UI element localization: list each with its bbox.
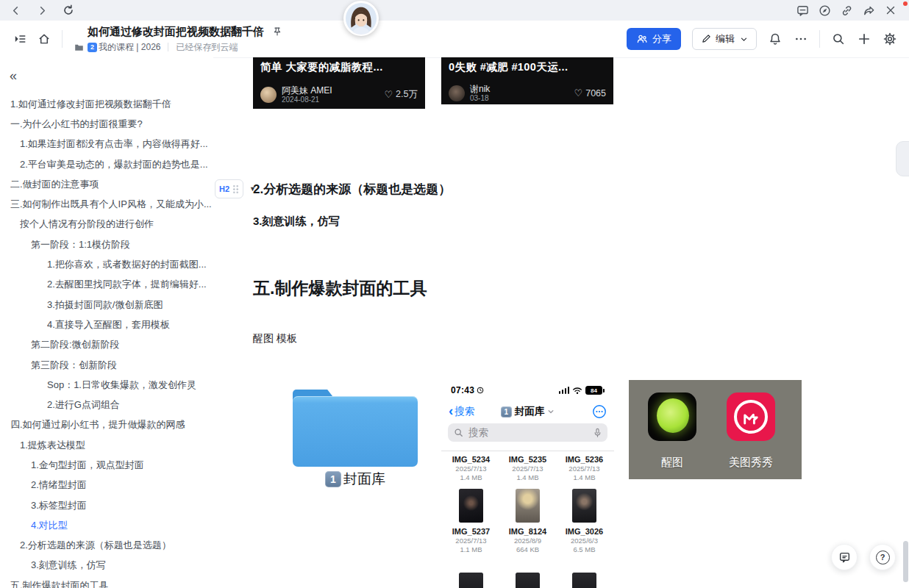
- file-item[interactable]: IMG_5237 2025/7/13 1.1 MB: [443, 489, 499, 554]
- outline-item[interactable]: 一.为什么小红书的封面很重要?: [0, 114, 212, 134]
- comment-icon[interactable]: [796, 4, 809, 17]
- more-icon[interactable]: [794, 32, 808, 46]
- like-count-value: 2.5万: [396, 88, 418, 101]
- file-item[interactable]: IMG_5236 2025/7/13 1.4 MB: [557, 455, 613, 482]
- outline-item[interactable]: 2.情绪型封面: [0, 476, 212, 495]
- bell-icon[interactable]: [768, 32, 783, 46]
- files-search-input[interactable]: [467, 426, 590, 439]
- like-count: ♡ 7065: [574, 87, 606, 98]
- file-item[interactable]: [443, 573, 499, 588]
- author-avatar: [449, 85, 465, 101]
- file-date: 2025/8/9: [500, 537, 556, 545]
- outline-item-label: 3.拍摄封面同款/微创新底图: [47, 298, 163, 312]
- outline-item-label: 四.如何通过刷小红书，提升做爆款的网感: [10, 418, 185, 431]
- meitu-logo-ring: [734, 400, 768, 434]
- video-card[interactable]: 简单 大家要的减脂教程... 阿美妹 AMEI 2024-08-21 ♡ 2.5…: [253, 57, 425, 109]
- outline-item-label: 1.把你喜欢，或者数据好的封面截图...: [47, 258, 207, 271]
- more-circle-icon[interactable]: [592, 404, 607, 419]
- outline-item[interactable]: 1.金句型封面，观点型封面: [0, 455, 212, 475]
- outline-item[interactable]: 三.如何制作出既具有个人IP风格，又能成为小...: [0, 194, 212, 214]
- folder-icon: [74, 42, 84, 52]
- outline-toggle-icon[interactable]: [13, 32, 26, 46]
- outline-item[interactable]: 2.去醒图里找同款字体，提前编辑好...: [0, 275, 212, 295]
- file-item[interactable]: IMG_8124 2025/8/9 664 KB: [500, 489, 556, 554]
- search-icon[interactable]: [831, 32, 846, 46]
- block-controls: H2 ▼: [215, 179, 256, 198]
- file-date: 2025/7/13: [557, 465, 613, 473]
- folder-image[interactable]: 1 封面库: [285, 384, 425, 489]
- drag-handle-icon[interactable]: [232, 184, 239, 194]
- outline-item[interactable]: 第三阶段：创新阶段: [0, 355, 212, 375]
- edit-button[interactable]: 编辑: [692, 28, 757, 50]
- outline-item[interactable]: 3.刻意训练，仿写: [0, 556, 212, 576]
- share-button[interactable]: 分享: [627, 28, 681, 50]
- outline-item-label: 2.分析选题的来源（标题也是选题）: [20, 539, 171, 552]
- breadcrumb[interactable]: 2 我的课程 | 2026 已经保存到云端: [74, 41, 298, 54]
- files-folder-title: 1 封面库: [471, 404, 585, 420]
- file-item[interactable]: IMG_3026 2025/6/3 6.5 MB: [557, 489, 613, 554]
- outline-item[interactable]: 4.对比型: [0, 515, 212, 535]
- mic-icon: [593, 428, 602, 438]
- file-item[interactable]: IMG_5235 2025/7/13 1.4 MB: [500, 455, 556, 482]
- copy-link-icon[interactable]: [840, 4, 853, 17]
- feedback-button[interactable]: [831, 544, 858, 570]
- outline-item[interactable]: 1.如何通过修改封面把视频数据翻千倍: [0, 94, 212, 114]
- meitu-app-icon[interactable]: [727, 392, 775, 441]
- folder-icon-body: [293, 396, 418, 467]
- outline-item[interactable]: 按个人情况有分阶段的进行创作: [0, 215, 212, 234]
- outline-item[interactable]: 1.把你喜欢，或者数据好的封面截图...: [0, 254, 212, 274]
- outline-item[interactable]: 五.制作爆款封面的工具: [0, 576, 212, 588]
- clock-icon: [477, 387, 484, 394]
- outline-item-label: 2.情绪型封面: [31, 478, 87, 492]
- outline-item[interactable]: 四.如何通过刷小红书，提升做爆款的网感: [0, 415, 212, 435]
- outline-item[interactable]: 3.拍摄封面同款/微创新底图: [0, 295, 212, 315]
- outline-item[interactable]: 3.标签型封面: [0, 495, 212, 515]
- keycap-1-badge: 1: [501, 406, 512, 417]
- outline-item[interactable]: 2.进行G点词组合: [0, 395, 212, 415]
- divider: [441, 451, 614, 451]
- gear-icon[interactable]: [883, 32, 897, 46]
- new-doc-icon[interactable]: [857, 32, 871, 46]
- outline-item[interactable]: 2.分析选题的来源（标题也是选题）: [0, 536, 212, 556]
- edge-panel-handle[interactable]: [896, 141, 909, 176]
- file-thumbnail: [516, 573, 540, 588]
- xingtu-app-icon[interactable]: [648, 392, 696, 441]
- outline-item[interactable]: Sop：1.日常收集爆款，激发创作灵: [0, 375, 212, 395]
- video-card[interactable]: 0失败 #减肥 #100天运... 谢nik 03-18 ♡ 7065: [441, 57, 613, 104]
- outline-item[interactable]: 1.如果连封面都没有点击率，内容做得再好...: [0, 135, 212, 154]
- doc-heading-topic-source: 2.分析选题的来源（标题也是选题）: [253, 181, 451, 198]
- compass-icon[interactable]: [818, 4, 831, 17]
- outline-item[interactable]: 第二阶段:微创新阶段: [0, 335, 212, 355]
- meitu-app-label: 美图秀秀: [714, 456, 788, 470]
- home-icon[interactable]: [38, 32, 51, 46]
- heart-icon: ♡: [574, 87, 583, 98]
- collapse-sidebar-icon[interactable]: «: [10, 69, 17, 82]
- outline-item[interactable]: 4.直接导入至醒图，套用模板: [0, 315, 212, 334]
- back-icon[interactable]: [9, 4, 22, 17]
- outline-item[interactable]: 1.提炼表达模型: [0, 435, 212, 455]
- files-search-bar[interactable]: [448, 423, 607, 442]
- divider: [819, 30, 820, 48]
- share-forward-icon[interactable]: [862, 4, 875, 17]
- pin-icon[interactable]: [271, 25, 284, 38]
- file-item[interactable]: IMG_5234 2025/7/13 1.4 MB: [443, 455, 499, 482]
- help-button[interactable]: ?: [869, 544, 896, 570]
- file-item[interactable]: [500, 573, 556, 588]
- files-app-screenshot: 07:43 84 ‹ 搜索 1 封面库: [441, 380, 614, 588]
- file-date: 2025/7/13: [500, 465, 556, 473]
- outline-item[interactable]: 第一阶段：1:1模仿阶段: [0, 234, 212, 254]
- outline-item-label: 1.如何通过修改封面把视频数据翻千倍: [10, 98, 171, 111]
- outline-item-label: 第一阶段：1:1模仿阶段: [31, 238, 130, 251]
- reload-icon[interactable]: [62, 4, 75, 17]
- close-icon[interactable]: [884, 4, 897, 17]
- scrollbar-thumb[interactable]: [903, 541, 908, 582]
- file-thumbnail: [459, 489, 483, 523]
- forward-icon[interactable]: [35, 4, 49, 17]
- heading-level-badge[interactable]: H2: [215, 179, 243, 198]
- post-date: 2024-08-21: [282, 96, 332, 104]
- file-item[interactable]: [557, 573, 613, 588]
- file-grid-row: [443, 573, 613, 588]
- outline-item[interactable]: 二.做封面的注意事项: [0, 174, 212, 194]
- outline-item[interactable]: 2.平台审美是动态的，爆款封面的趋势也是...: [0, 154, 212, 174]
- avatar[interactable]: [343, 1, 379, 36]
